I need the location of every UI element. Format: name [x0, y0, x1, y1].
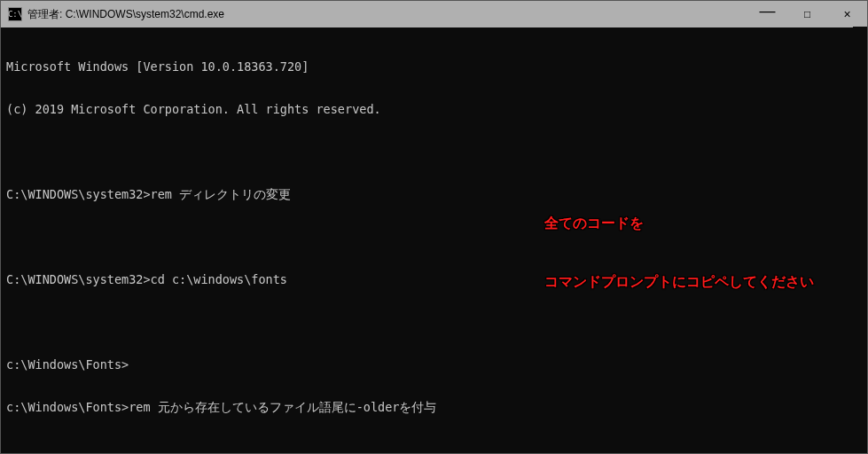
terminal-line	[6, 442, 862, 453]
cmd-icon-text: C:\	[8, 10, 22, 19]
cmd-icon: C:\	[8, 7, 22, 21]
terminal-line: Microsoft Windows [Version 10.0.18363.72…	[6, 59, 862, 74]
window-title: 管理者: C:\WINDOWS\system32\cmd.exe	[27, 7, 747, 22]
terminal-line: (c) 2019 Microsoft Corporation. All righ…	[6, 102, 862, 116]
terminal-output[interactable]: Microsoft Windows [Version 10.0.18363.72…	[1, 27, 867, 453]
instruction-line-2: コマンドプロンプトにコピペしてください	[544, 272, 814, 292]
cmd-window: C:\ 管理者: C:\WINDOWS\system32\cmd.exe — □…	[0, 0, 868, 454]
minimize-button[interactable]: —	[747, 0, 787, 24]
window-controls: — □ ×	[747, 1, 867, 27]
instruction-overlay: 全てのコードを コマンドプロンプトにコピペしてください	[544, 175, 814, 331]
scrollbar-thumb[interactable]	[853, 27, 867, 453]
vertical-scrollbar[interactable]	[853, 27, 867, 453]
titlebar[interactable]: C:\ 管理者: C:\WINDOWS\system32\cmd.exe — □…	[1, 1, 867, 27]
instruction-line-1: 全てのコードを	[544, 214, 814, 233]
terminal-line: c:\Windows\Fonts>rem 元から存在しているファイル語尾に-ol…	[6, 400, 862, 414]
close-button[interactable]: ×	[827, 1, 867, 27]
terminal-line: c:\Windows\Fonts>	[6, 357, 862, 372]
maximize-button[interactable]: □	[787, 1, 827, 27]
terminal-line	[6, 145, 862, 159]
